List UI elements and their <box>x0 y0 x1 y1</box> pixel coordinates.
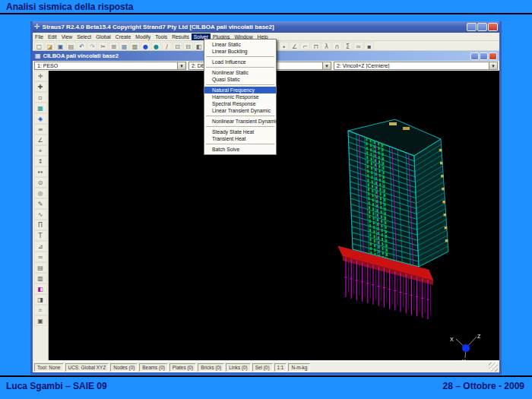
solver-menu-item[interactable]: Transient Heat <box>204 135 276 142</box>
toolbar-icon[interactable]: ▣ <box>34 315 47 326</box>
solver-menu-item[interactable]: Natural Frequency <box>204 87 276 93</box>
footer-date: 28 – Ottobre - 2009 <box>443 381 524 391</box>
toolbar-icon[interactable]: ≡ <box>34 124 47 135</box>
close-button[interactable] <box>488 23 498 31</box>
toolbar-icon[interactable]: ⊓ <box>311 42 321 50</box>
toolbar-icon[interactable]: ▩ <box>130 42 140 50</box>
toolbar-icon[interactable]: ⌗ <box>34 305 47 315</box>
toolbar-icon[interactable]: ✎ <box>34 198 47 209</box>
chevron-down-icon[interactable]: ▼ <box>322 62 331 69</box>
toolbar-icon[interactable]: Σ <box>343 42 353 50</box>
toolbar-icon[interactable]: ▫ <box>34 92 47 103</box>
toolbar-icon[interactable]: ⊞ <box>109 42 119 50</box>
title-divider <box>0 13 532 14</box>
footer-divider <box>0 375 532 377</box>
solver-menu-item[interactable]: Harmonic Response <box>204 93 276 100</box>
status-cell: Sel (0) <box>252 363 273 372</box>
toolbar-icon[interactable]: ↕ <box>34 156 47 166</box>
menu-item[interactable]: Select <box>74 33 93 40</box>
status-cell: Nodes (0) <box>110 363 138 372</box>
menu-item[interactable]: Create <box>113 33 133 40</box>
toolbar-icon[interactable]: ∩ <box>332 42 342 50</box>
menu-item[interactable]: Tools <box>153 33 169 40</box>
toolbar-icon[interactable]: ↔ <box>34 166 47 177</box>
toolbar-icon[interactable]: ∕ <box>162 42 172 50</box>
toolbar-icon[interactable]: ◧ <box>34 283 47 294</box>
toolbar-icon[interactable]: ● <box>141 42 150 50</box>
solver-menu-item[interactable]: Batch Solve <box>204 146 276 153</box>
model-window-icon: ▦ <box>35 52 41 59</box>
solver-menu-item[interactable]: Linear Transient Dynamic <box>204 107 276 114</box>
toolbar-icon[interactable]: ◨ <box>34 294 47 305</box>
menu-item[interactable]: Edit <box>46 33 59 40</box>
menu-item[interactable]: File <box>33 33 46 40</box>
menu-item[interactable]: Results <box>169 33 192 40</box>
toolbar-icon[interactable]: ● <box>151 42 161 50</box>
solver-menu-item[interactable]: Load Influence <box>204 59 276 65</box>
solver-menu-item[interactable]: Nonlinear Transient Dynamic <box>204 118 276 125</box>
toolbar-icon[interactable]: ◧ <box>194 42 204 50</box>
toolbar-icon[interactable]: ⌐ <box>300 42 310 50</box>
minimize-button[interactable] <box>470 52 479 60</box>
toolbar-icon[interactable]: ⊡ <box>173 42 182 50</box>
solver-menu-item <box>206 116 274 116</box>
chevron-down-icon[interactable]: ▼ <box>489 62 497 69</box>
toolbar-icon[interactable]: ▪ <box>364 42 374 50</box>
left-toolbar: ✛✚▫▦◈≡∠⌖↕↔⊙◎✎∿ΠT⊿≈▤▥◧◨⌗▣ <box>33 71 49 360</box>
toolbar-icon[interactable]: ✛ <box>34 71 47 81</box>
app-window: ✛ Straus7 R2.4.0 Beta15.4 Copyright Stra… <box>30 21 502 375</box>
solver-menu-item[interactable]: Linear Static <box>204 41 276 48</box>
toolbar-icon[interactable]: ▦ <box>119 42 129 50</box>
toolbar-icon[interactable]: Π <box>34 220 47 230</box>
solver-menu-item[interactable]: Steady State Heat <box>204 128 276 135</box>
menu-item[interactable]: Global <box>93 33 113 40</box>
toolbar-icon[interactable]: ✚ <box>34 81 47 92</box>
case-combobox[interactable]: 1: PESO ▼ <box>34 62 186 70</box>
restore-button[interactable] <box>477 23 487 31</box>
close-button[interactable] <box>489 52 497 60</box>
toolbar-icon[interactable]: ▤ <box>34 262 47 273</box>
toolbar-icon[interactable]: ◎ <box>34 188 47 198</box>
toolbar-icon[interactable]: ◈ <box>34 113 47 124</box>
case-combobox[interactable]: 2: Vincoli+Z [Cerniere] ▼ <box>334 62 498 70</box>
presentation-slide: Analisi sismica della risposta ✛ Straus7… <box>0 0 532 399</box>
toolbar-icon[interactable]: ∿ <box>34 209 47 220</box>
toolbar-icon[interactable]: ⊿ <box>34 241 47 252</box>
toolbar-icon[interactable]: ⊟ <box>183 42 193 50</box>
restore-button[interactable] <box>480 52 488 60</box>
toolbar-icon[interactable]: ▦ <box>34 103 47 113</box>
menu-item[interactable]: View <box>59 33 75 40</box>
status-cell: 1:1 <box>274 363 287 372</box>
axis-x-label: X <box>450 337 454 342</box>
resize-grip[interactable] <box>489 363 498 372</box>
axis-y-label: Y <box>462 359 466 360</box>
toolbar-icon[interactable]: ▤ <box>66 42 76 50</box>
toolbar-icon[interactable]: ⊙ <box>34 177 47 188</box>
toolbar-icon[interactable]: ∠ <box>290 42 299 50</box>
toolbar-icon[interactable]: ⌖ <box>34 145 47 156</box>
toolbar-icon[interactable]: T <box>34 230 47 241</box>
toolbar-icon[interactable]: ▥ <box>34 273 47 283</box>
solver-menu-item[interactable]: Nonlinear Static <box>204 69 276 76</box>
status-cell: Beams (0) <box>139 363 167 372</box>
solver-menu-item <box>206 84 274 85</box>
toolbar-icon[interactable]: ▣ <box>55 42 65 50</box>
toolbar-icon[interactable]: ▢ <box>34 42 44 50</box>
solver-menu-item[interactable]: Linear Buckling <box>204 48 276 55</box>
menu-item[interactable]: Modify <box>133 33 153 40</box>
toolbar-icon[interactable]: ↷ <box>87 42 97 50</box>
solver-menu-item[interactable]: Quasi Static <box>204 76 276 83</box>
solver-menu-item[interactable]: Spectral Response <box>204 100 276 107</box>
toolbar-icon[interactable]: ≈ <box>34 252 47 262</box>
toolbar-icon[interactable]: ∠ <box>34 135 47 145</box>
toolbar-icon[interactable]: ✂ <box>98 42 108 50</box>
toolbar-icon[interactable]: ◪ <box>45 42 55 50</box>
chevron-down-icon[interactable]: ▼ <box>177 62 185 69</box>
toolbar-icon[interactable]: ≈ <box>353 42 363 50</box>
minimize-button[interactable] <box>467 23 477 31</box>
toolbar-icon[interactable]: ∙ <box>279 42 289 50</box>
model-window-controls <box>470 52 497 60</box>
toolbar-icon[interactable]: ↶ <box>77 42 87 50</box>
toolbar-icon[interactable]: λ <box>321 42 331 50</box>
status-cell: N-m-kg <box>288 363 310 372</box>
